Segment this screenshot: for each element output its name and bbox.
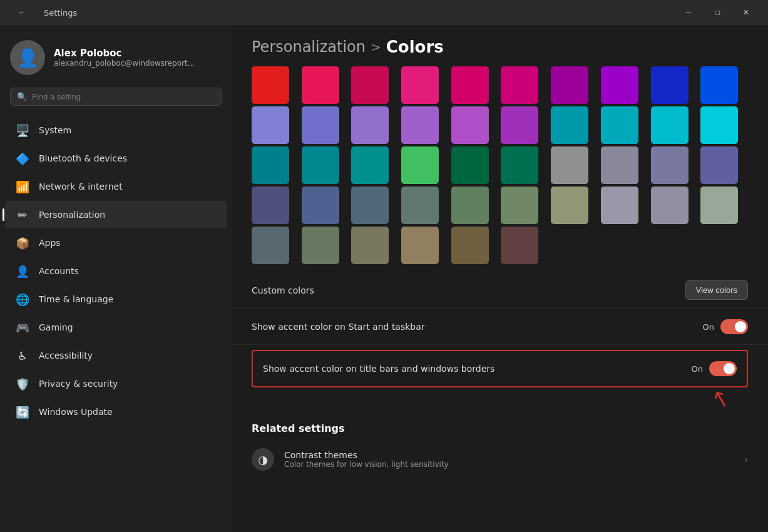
accent-taskbar-toggle[interactable]	[720, 319, 748, 334]
color-swatch[interactable]	[401, 227, 439, 264]
back-button[interactable]: ←	[8, 0, 36, 25]
color-swatch[interactable]	[551, 66, 588, 104]
color-swatch[interactable]	[351, 106, 389, 144]
color-swatch[interactable]	[401, 66, 439, 104]
color-swatch[interactable]	[551, 187, 588, 224]
color-swatch[interactable]	[252, 66, 289, 104]
color-swatch[interactable]	[401, 146, 439, 184]
search-icon: 🔍	[17, 92, 27, 101]
color-swatch[interactable]	[501, 187, 538, 224]
color-swatch[interactable]	[551, 146, 588, 184]
color-swatch[interactable]	[351, 66, 389, 104]
color-swatch[interactable]	[651, 187, 689, 224]
sidebar-label-time: Time & language	[39, 294, 113, 304]
color-swatch[interactable]	[700, 66, 738, 104]
color-swatch[interactable]	[601, 106, 638, 144]
titlebar: ← Settings ─ □ ✕	[0, 0, 768, 25]
accessibility-icon: ♿	[15, 348, 30, 363]
maximize-button[interactable]: □	[703, 0, 732, 25]
sidebar-label-bluetooth: Bluetooth & devices	[39, 153, 127, 163]
search-box[interactable]: 🔍	[10, 88, 222, 106]
color-swatch[interactable]	[651, 146, 689, 184]
color-swatch[interactable]	[700, 146, 738, 184]
minimize-button[interactable]: ─	[674, 0, 703, 25]
color-swatch[interactable]	[501, 227, 538, 264]
color-swatch[interactable]	[302, 187, 339, 224]
sidebar-item-personalization[interactable]: ✏️ Personalization	[5, 201, 227, 228]
color-swatch[interactable]	[651, 66, 689, 104]
color-swatch[interactable]	[302, 146, 339, 184]
user-name: Alex Poloboc	[54, 48, 195, 59]
search-input[interactable]	[32, 92, 215, 101]
color-swatch[interactable]	[351, 187, 389, 224]
color-swatch[interactable]	[351, 146, 389, 184]
sidebar-item-apps[interactable]: 📦 Apps	[5, 229, 227, 257]
accent-taskbar-label: Show accent color on Start and taskbar	[252, 322, 425, 332]
breadcrumb-parent[interactable]: Personalization	[252, 38, 366, 56]
sidebar-item-bluetooth[interactable]: 🔷 Bluetooth & devices	[5, 145, 227, 172]
color-swatch[interactable]	[651, 106, 689, 144]
sidebar-item-accessibility[interactable]: ♿ Accessibility	[5, 342, 227, 369]
titlebar-controls: ─ □ ✕	[674, 0, 760, 25]
contrast-themes-title: Contrast themes	[284, 450, 449, 460]
custom-colors-row: Custom colors View colors	[232, 272, 768, 309]
accent-titlebar-status: On	[692, 364, 703, 374]
color-swatch[interactable]	[451, 187, 489, 224]
color-swatch[interactable]	[252, 106, 289, 144]
color-swatch[interactable]	[451, 66, 489, 104]
related-settings-heading: Related settings	[232, 410, 768, 441]
color-swatch[interactable]	[302, 66, 339, 104]
color-swatch[interactable]	[700, 187, 738, 224]
close-button[interactable]: ✕	[732, 0, 760, 25]
related-item-text: Contrast themes Color themes for low vis…	[284, 450, 449, 469]
color-swatch[interactable]	[252, 227, 289, 264]
color-swatch[interactable]	[451, 227, 489, 264]
accent-titlebar-toggle[interactable]	[709, 361, 737, 376]
sidebar: 👤 Alex Poloboc alexandru_poloboc@windows…	[0, 25, 232, 532]
sidebar-label-privacy: Privacy & security	[39, 379, 118, 389]
accounts-icon: 👤	[15, 263, 30, 279]
related-item-contrast-themes[interactable]: ◑ Contrast themes Color themes for low v…	[232, 441, 768, 478]
color-swatch[interactable]	[252, 187, 289, 224]
content-area: Personalization > Colors Custom colors V…	[232, 25, 768, 532]
personalization-icon: ✏️	[15, 207, 30, 222]
custom-colors-label: Custom colors	[252, 285, 314, 295]
contrast-themes-desc: Color themes for low vision, light sensi…	[284, 460, 449, 469]
titlebar-title: Settings	[44, 8, 77, 18]
user-email: alexandru_poloboc@windowsreport...	[54, 59, 195, 68]
color-swatch[interactable]	[351, 227, 389, 264]
user-profile[interactable]: 👤 Alex Poloboc alexandru_poloboc@windows…	[0, 25, 232, 88]
color-swatch[interactable]	[451, 106, 489, 144]
color-swatch[interactable]	[501, 106, 538, 144]
color-swatch[interactable]	[700, 106, 738, 144]
color-swatch[interactable]	[252, 146, 289, 184]
sidebar-item-system[interactable]: 🖥️ System	[5, 116, 227, 144]
color-swatch[interactable]	[501, 66, 538, 104]
setting-row-accent-taskbar: Show accent color on Start and taskbar O…	[232, 309, 768, 345]
sidebar-item-network[interactable]: 📶 Network & internet	[5, 173, 227, 200]
color-swatch[interactable]	[451, 146, 489, 184]
color-swatch[interactable]	[401, 187, 439, 224]
sidebar-label-accounts: Accounts	[39, 266, 79, 276]
color-swatch[interactable]	[401, 106, 439, 144]
sidebar-label-gaming: Gaming	[39, 322, 73, 332]
main-layout: 👤 Alex Poloboc alexandru_poloboc@windows…	[0, 25, 768, 532]
setting-row-accent-titlebar: Show accent color on title bars and wind…	[252, 350, 748, 387]
color-swatch[interactable]	[302, 227, 339, 264]
sidebar-item-accounts[interactable]: 👤 Accounts	[5, 257, 227, 285]
color-swatch[interactable]	[302, 106, 339, 144]
sidebar-item-windows-update[interactable]: 🔄 Windows Update	[5, 398, 227, 426]
contrast-themes-icon: ◑	[252, 448, 274, 471]
color-swatch[interactable]	[601, 187, 638, 224]
view-colors-button[interactable]: View colors	[685, 280, 748, 300]
sidebar-item-gaming[interactable]: 🎮 Gaming	[5, 314, 227, 341]
sidebar-item-privacy[interactable]: 🛡️ Privacy & security	[5, 370, 227, 397]
color-grid	[232, 66, 768, 264]
color-swatch[interactable]	[551, 106, 588, 144]
color-swatch[interactable]	[601, 66, 638, 104]
accent-titlebar-label: Show accent color on title bars and wind…	[263, 364, 494, 374]
color-swatch[interactable]	[501, 146, 538, 184]
accent-taskbar-right: On	[703, 319, 748, 334]
sidebar-item-time[interactable]: 🌐 Time & language	[5, 285, 227, 313]
color-swatch[interactable]	[601, 146, 638, 184]
